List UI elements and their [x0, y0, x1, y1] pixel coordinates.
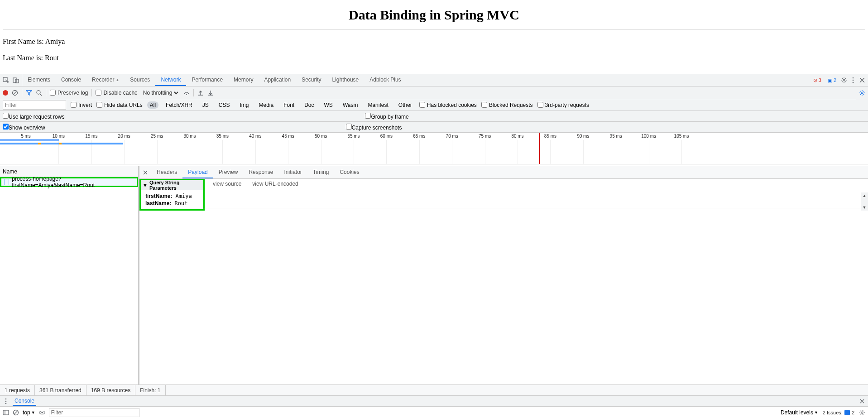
devtools-panel: Elements Console Recorder▲ Sources Netwo…: [0, 74, 868, 79]
tab-network[interactable]: Network: [155, 74, 186, 79]
inspect-icon[interactable]: [3, 77, 9, 79]
tab-memory[interactable]: Memory: [228, 74, 259, 79]
tab-sources[interactable]: Sources: [125, 74, 155, 79]
tab-recorder[interactable]: Recorder▲: [86, 74, 125, 79]
error-badge[interactable]: ⊘3: [811, 77, 823, 80]
rendered-page: Data Binding in Spring MVC First Name is…: [0, 0, 868, 79]
svg-point-4: [853, 77, 854, 79]
first-name-value: Amiya: [45, 38, 65, 45]
devtools-tabstrip: Elements Console Recorder▲ Sources Netwo…: [0, 74, 868, 79]
tab-performance[interactable]: Performance: [186, 74, 228, 79]
warning-count: 2: [834, 77, 836, 79]
tab-application[interactable]: Application: [259, 74, 296, 79]
settings-gear-icon[interactable]: [841, 77, 847, 79]
tab-lighthouse[interactable]: Lighthouse: [327, 74, 364, 79]
page-title: Data Binding in Spring MVC: [3, 7, 865, 23]
warning-badge[interactable]: ▣2: [826, 77, 838, 80]
warning-icon: ▣: [828, 77, 832, 80]
beta-badge-icon: ▲: [115, 78, 119, 80]
last-name-line: Last Name is: Rout: [3, 54, 865, 62]
kebab-menu-icon[interactable]: [850, 77, 856, 79]
last-name-label: Last Name is:: [3, 54, 45, 62]
tab-console[interactable]: Console: [56, 74, 86, 79]
tab-security[interactable]: Security: [296, 74, 326, 79]
error-icon: ⊘: [813, 77, 817, 80]
tab-recorder-label: Recorder: [92, 77, 114, 79]
first-name-line: First Name is: Amiya: [3, 38, 865, 46]
device-toggle-icon[interactable]: [13, 77, 19, 79]
devtools-tabs: Elements Console Recorder▲ Sources Netwo…: [22, 74, 407, 79]
close-devtools-icon[interactable]: [859, 77, 865, 79]
tab-elements[interactable]: Elements: [22, 74, 56, 79]
tab-adblock[interactable]: Adblock Plus: [364, 74, 406, 79]
first-name-label: First Name is:: [3, 38, 45, 45]
svg-rect-0: [3, 77, 7, 79]
error-count: 3: [819, 77, 821, 79]
last-name-value: Rout: [45, 54, 59, 62]
page-divider: [3, 29, 865, 29]
